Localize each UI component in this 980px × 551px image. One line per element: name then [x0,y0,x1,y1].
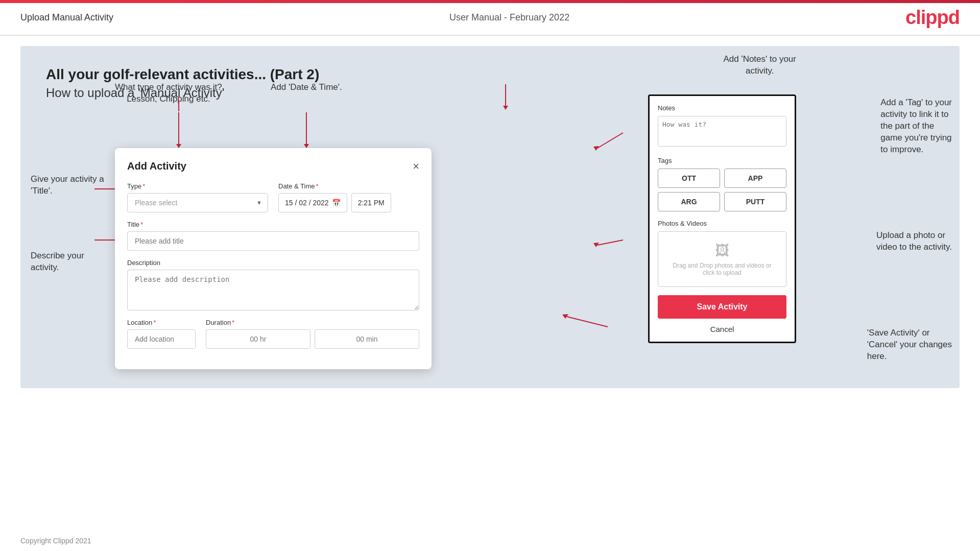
add-activity-modal: Add Activity × Type* Please select Date … [115,148,432,369]
duration-min-input[interactable] [315,329,419,349]
callout-datetime: Add 'Date & Time'. [271,82,342,93]
top-bar: Upload Manual Activity User Manual - Feb… [0,0,980,36]
cancel-link[interactable]: Cancel [658,325,786,333]
tag-arg[interactable]: ARG [658,192,720,211]
callout-title: Give your activity a'Title'. [31,174,104,197]
datetime-label: Date & Time* [278,182,419,190]
photos-upload-text: Drag and Drop photos and videos or click… [668,262,776,276]
type-label: Type* [127,182,268,190]
location-input[interactable] [127,329,196,349]
modal-close-button[interactable]: × [413,161,419,172]
svg-line-15 [597,133,623,148]
accent-bar [0,0,980,3]
modal-header: Add Activity × [127,160,419,172]
svg-marker-18 [593,243,599,247]
callout-tag: Add a 'Tag' to youractivity to link it t… [880,97,952,156]
tags-grid: OTT APP ARG PUTT [658,169,786,211]
callout-upload: Upload a photo orvideo to the activity. [876,230,952,253]
photos-section: Photos & Videos 🖼 Drag and Drop photos a… [658,220,786,287]
type-select-wrapper: Please select [127,193,268,212]
svg-marker-20 [562,314,568,319]
description-textarea[interactable] [127,270,419,310]
copyright-text: Copyright Clippd 2021 [20,537,91,545]
description-label: Description [127,259,419,267]
tag-ott[interactable]: OTT [658,169,720,188]
manual-title: User Manual - February 2022 [449,12,569,23]
form-group-location: Location* [127,319,196,349]
form-group-duration: Duration* [206,319,419,349]
modal-title: Add Activity [127,160,186,172]
callout-notes: Add 'Notes' to youractivity. [723,54,796,77]
form-group-datetime: Date & Time* 15 / 02 / 2022 📅 2:21 PM [278,182,419,212]
time-input[interactable]: 2:21 PM [351,193,391,212]
form-group-description: Description [127,259,419,310]
datetime-group: 15 / 02 / 2022 📅 2:21 PM [278,193,419,212]
location-label: Location* [127,319,196,326]
callout-type: What type of activity was it?Lesson, Chi… [115,82,222,105]
date-input[interactable]: 15 / 02 / 2022 📅 [278,193,347,212]
upload-icon: 🖼 [668,242,776,259]
main-content: All your golf-relevant activities... (Pa… [20,46,960,388]
svg-marker-4 [304,144,309,148]
mobile-panel: Notes Tags OTT APP ARG PUTT Photos & Vid… [648,94,796,343]
duration-hr-input[interactable] [206,329,310,349]
page-title: All your golf-relevant activities... (Pa… [46,66,934,83]
page-label: Upload Manual Activity [20,12,113,23]
title-label: Title* [127,221,419,228]
footer: Copyright Clippd 2021 [20,537,91,545]
form-row-type-date: Type* Please select Date & Time* 15 / 02… [127,182,419,212]
tag-putt[interactable]: PUTT [724,192,786,211]
callout-describe: Describe youractivity. [31,250,84,274]
photos-label: Photos & Videos [658,220,786,227]
type-select[interactable]: Please select [127,193,268,212]
save-activity-button[interactable]: Save Activity [658,295,786,319]
callout-save-cancel: 'Save Activity' or'Cancel' your changesh… [867,327,952,363]
tag-app[interactable]: APP [724,169,786,188]
photos-upload-area[interactable]: 🖼 Drag and Drop photos and videos or cli… [658,231,786,287]
logo: clippd [905,7,960,29]
form-group-type: Type* Please select [127,182,268,212]
svg-marker-14 [503,106,508,110]
duration-label: Duration* [206,319,419,326]
svg-marker-1 [176,144,181,148]
notes-section-label: Notes [658,104,786,112]
svg-line-17 [597,240,623,245]
tags-section-label: Tags [658,157,786,164]
form-row-location-duration: Location* Duration* [127,319,419,349]
duration-group [206,329,419,349]
svg-marker-16 [593,146,599,151]
calendar-icon: 📅 [332,199,341,207]
title-input[interactable] [127,231,419,251]
form-group-title: Title* [127,221,419,251]
notes-textarea[interactable] [658,116,786,147]
svg-line-19 [567,317,608,327]
